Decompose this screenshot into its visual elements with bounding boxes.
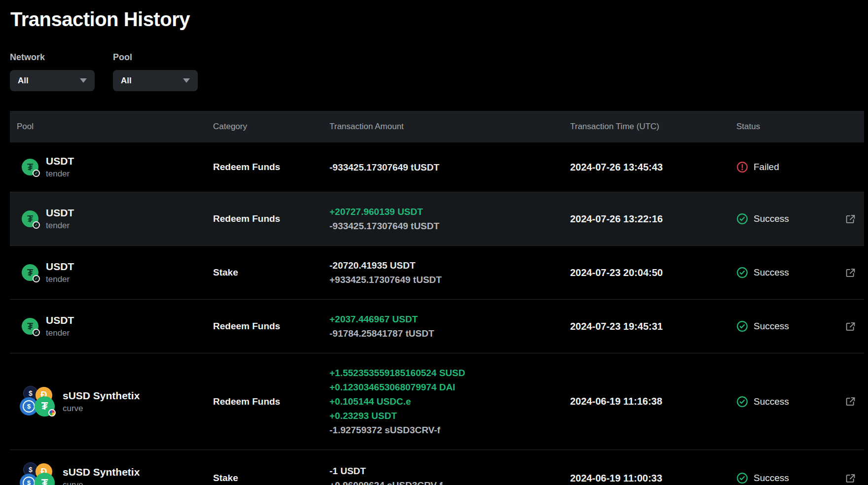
column-header-status: Status — [736, 122, 837, 132]
category-cell: Stake — [213, 473, 329, 484]
external-link-icon[interactable] — [845, 214, 856, 224]
curve-susd-coin-cluster-icon: $ Ð $ ₮ — [20, 386, 55, 417]
amount-cell: -1 USDT+0.96009624 sUSD3CRV-f — [329, 464, 570, 485]
amount-cell: +20727.960139 USDT-933425.17307649 tUSDT — [329, 205, 570, 233]
amount-line: +0.23293 USDT — [329, 409, 570, 423]
table-row[interactable]: $ Ð $ ₮ sUSD Synthetix curve Stake -1 US… — [10, 450, 864, 485]
pool-text: USDT tender — [46, 207, 74, 231]
tether-glyph: ₮ — [27, 267, 33, 278]
external-link-icon[interactable] — [845, 396, 856, 407]
category-cell: Stake — [213, 267, 329, 278]
pool-name: USDT — [46, 314, 74, 327]
category-cell: Redeem Funds — [213, 396, 329, 407]
pool-platform: tender — [46, 274, 74, 285]
status-cell: Failed — [736, 161, 837, 173]
amount-cell: +1.552353559185160524 SUSD+0.12303465306… — [329, 366, 570, 437]
pool-text: sUSD Synthetix curve — [63, 466, 140, 485]
table-header: Pool Category Transaction Amount Transac… — [10, 111, 864, 142]
check-badge-icon: ✓ — [33, 170, 40, 177]
table-row[interactable]: ₮ ✓ USDT tender Stake -20720.41935 USDT+… — [10, 246, 864, 300]
table-row[interactable]: $ Ð $ ₮ sUSD Synthetix curve Redeem Fund… — [10, 353, 864, 450]
curve-susd-coin-cluster-icon: $ Ð $ ₮ — [20, 462, 55, 485]
amount-line: -933425.17307649 tUSDT — [329, 219, 570, 233]
transactions-table: Pool Category Transaction Amount Transac… — [10, 111, 864, 485]
time-cell: 2024-06-19 11:16:38 — [570, 396, 736, 407]
tether-glyph: ₮ — [27, 321, 33, 332]
external-link-icon[interactable] — [845, 321, 856, 332]
pool-cell: ₮ ✓ USDT tender — [10, 260, 213, 285]
usdt-tether-coin-icon: ₮ ✓ — [22, 318, 38, 335]
link-cell — [837, 396, 864, 407]
usdt-tether-coin-icon: ₮ ✓ — [22, 159, 38, 175]
network-dropdown[interactable]: All — [10, 70, 95, 91]
status-cell: Success — [736, 213, 837, 225]
usdt-tether-coin-icon: ₮ ✓ — [22, 210, 38, 227]
pool-cell: ₮ ✓ USDT tender — [10, 314, 213, 339]
time-cell: 2024-07-26 13:22:16 — [570, 213, 736, 225]
success-icon — [736, 472, 748, 484]
pool-cell: ₮ ✓ USDT tender — [10, 207, 213, 231]
external-link-icon[interactable] — [845, 268, 856, 278]
status-label: Success — [754, 473, 789, 484]
table-row[interactable]: ₮ ✓ USDT tender Redeem Funds +20727.9601… — [10, 192, 864, 246]
usdt-tether-coin-icon: ₮ ✓ — [22, 264, 38, 281]
status-label: Success — [754, 396, 789, 407]
external-link-icon[interactable] — [845, 473, 856, 484]
category-cell: Redeem Funds — [213, 321, 329, 332]
time-cell: 2024-06-19 11:00:33 — [570, 473, 736, 484]
table-row[interactable]: ₮ ✓ USDT tender Redeem Funds +2037.44696… — [10, 300, 864, 353]
success-icon — [736, 396, 748, 408]
curve-badge-icon — [48, 409, 56, 416]
check-badge-icon: ✓ — [33, 221, 40, 229]
category-cell: Redeem Funds — [213, 162, 329, 173]
check-badge-icon: ✓ — [33, 275, 40, 282]
pool-name: USDT — [46, 260, 74, 273]
amount-cell: -20720.41935 USDT+933425.17307649 tUSDT — [329, 258, 570, 287]
pool-cell: $ Ð $ ₮ sUSD Synthetix curve — [10, 386, 213, 417]
column-header-time: Transaction Time (UTC) — [570, 122, 736, 132]
pool-platform: curve — [63, 403, 140, 414]
pool-text: USDT tender — [46, 155, 74, 179]
pool-text: sUSD Synthetix curve — [63, 389, 140, 414]
status-cell: Success — [736, 472, 837, 484]
success-icon — [736, 320, 748, 332]
success-icon — [736, 267, 748, 278]
status-cell: Success — [736, 396, 837, 408]
failed-icon — [736, 161, 748, 173]
amount-line: +933425.17307649 tUSDT — [329, 273, 570, 287]
chevron-down-icon — [80, 78, 87, 83]
amount-line: +0.105144 USDC.e — [329, 394, 570, 409]
status-label: Success — [754, 321, 789, 332]
amount-cell: -933425.17307649 tUSDT — [329, 160, 570, 174]
transaction-history-page: Transaction History Network All Pool All… — [10, 8, 864, 485]
network-dropdown-value: All — [18, 76, 29, 86]
status-label: Success — [754, 267, 789, 278]
amount-line: -1.92759372 sUSD3CRV-f — [329, 423, 570, 437]
pool-cell: $ Ð $ ₮ sUSD Synthetix curve — [10, 462, 213, 485]
table-row[interactable]: ₮ ✓ USDT tender Redeem Funds -933425.173… — [10, 142, 864, 192]
pool-text: USDT tender — [46, 314, 74, 339]
network-filter-label: Network — [10, 52, 95, 63]
column-header-pool: Pool — [10, 122, 213, 132]
time-cell: 2024-07-23 20:04:50 — [570, 267, 736, 278]
amount-line: -20720.41935 USDT — [329, 258, 570, 273]
column-header-amount: Transaction Amount — [329, 122, 570, 132]
amount-line: -933425.17307649 tUSDT — [329, 160, 570, 174]
status-cell: Success — [736, 320, 837, 332]
pool-name: sUSD Synthetix — [63, 466, 140, 479]
amount-cell: +2037.446967 USDT-91784.25841787 tUSDT — [329, 312, 570, 341]
pool-platform: tender — [46, 220, 74, 231]
success-icon — [736, 213, 748, 225]
pool-platform: tender — [46, 328, 74, 339]
table-body: ₮ ✓ USDT tender Redeem Funds -933425.173… — [10, 142, 864, 485]
pool-filter-label: Pool — [113, 52, 198, 63]
time-cell: 2024-07-23 19:45:31 — [570, 321, 736, 332]
pool-dropdown[interactable]: All — [113, 70, 198, 91]
pool-platform: curve — [63, 480, 140, 485]
filters-bar: Network All Pool All — [10, 52, 864, 91]
amount-line: +1.552353559185160524 SUSD — [329, 366, 570, 380]
link-cell — [837, 321, 864, 332]
amount-line: +20727.960139 USDT — [329, 205, 570, 219]
pool-cell: ₮ ✓ USDT tender — [10, 155, 213, 179]
status-label: Failed — [754, 162, 779, 173]
